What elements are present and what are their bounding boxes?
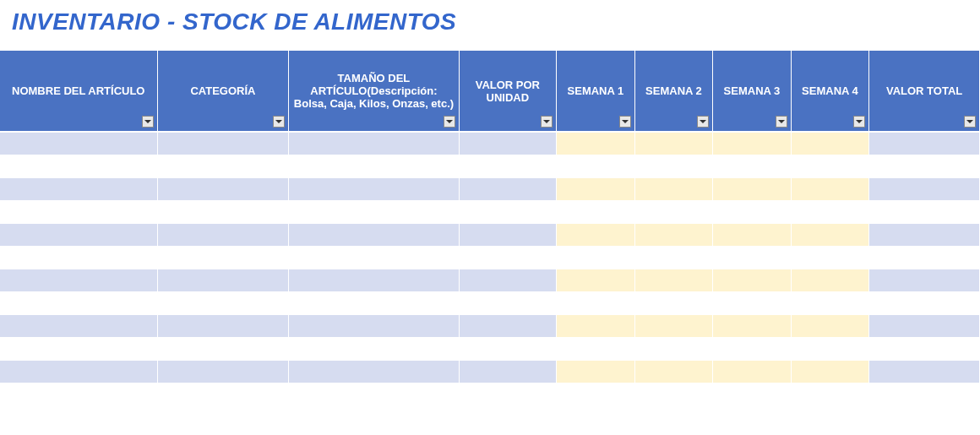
cell-valor_unidad[interactable] bbox=[459, 177, 557, 200]
cell-semana3[interactable] bbox=[713, 360, 792, 383]
cell-valor_unidad[interactable] bbox=[459, 246, 557, 269]
filter-dropdown-icon[interactable] bbox=[619, 116, 631, 128]
cell-categoria[interactable] bbox=[157, 177, 289, 200]
cell-valor_total[interactable] bbox=[869, 177, 980, 200]
cell-nombre[interactable] bbox=[0, 314, 157, 337]
cell-tamano[interactable] bbox=[289, 360, 459, 383]
cell-semana4[interactable] bbox=[791, 337, 869, 360]
cell-tamano[interactable] bbox=[289, 223, 459, 246]
cell-semana1[interactable] bbox=[557, 223, 635, 246]
cell-valor_total[interactable] bbox=[869, 269, 980, 291]
cell-tamano[interactable] bbox=[289, 291, 459, 314]
cell-semana4[interactable] bbox=[791, 223, 869, 246]
cell-nombre[interactable] bbox=[0, 223, 157, 246]
filter-dropdown-icon[interactable] bbox=[853, 116, 865, 128]
cell-categoria[interactable] bbox=[157, 337, 289, 360]
cell-categoria[interactable] bbox=[157, 360, 289, 383]
cell-semana2[interactable] bbox=[634, 155, 713, 177]
cell-semana1[interactable] bbox=[557, 360, 635, 383]
header-nombre[interactable]: NOMBRE DEL ARTÍCULO bbox=[0, 51, 157, 132]
cell-semana3[interactable] bbox=[713, 383, 792, 405]
cell-semana4[interactable] bbox=[791, 177, 869, 200]
cell-semana2[interactable] bbox=[634, 269, 713, 291]
cell-valor_unidad[interactable] bbox=[459, 383, 557, 405]
header-semana4[interactable]: SEMANA 4 bbox=[791, 51, 869, 132]
cell-valor_unidad[interactable] bbox=[459, 155, 557, 177]
cell-semana1[interactable] bbox=[557, 337, 635, 360]
cell-tamano[interactable] bbox=[289, 337, 459, 360]
cell-nombre[interactable] bbox=[0, 155, 157, 177]
cell-valor_total[interactable] bbox=[869, 200, 980, 223]
cell-nombre[interactable] bbox=[0, 269, 157, 291]
cell-categoria[interactable] bbox=[157, 200, 289, 223]
header-valor-unidad[interactable]: VALOR POR UNIDAD bbox=[459, 51, 557, 132]
cell-valor_total[interactable] bbox=[869, 291, 980, 314]
filter-dropdown-icon[interactable] bbox=[273, 116, 285, 128]
cell-nombre[interactable] bbox=[0, 360, 157, 383]
cell-valor_unidad[interactable] bbox=[459, 360, 557, 383]
filter-dropdown-icon[interactable] bbox=[776, 116, 787, 128]
cell-semana4[interactable] bbox=[791, 291, 869, 314]
cell-valor_unidad[interactable] bbox=[459, 337, 557, 360]
cell-semana2[interactable] bbox=[634, 360, 713, 383]
cell-semana4[interactable] bbox=[791, 200, 869, 223]
cell-valor_total[interactable] bbox=[869, 246, 980, 269]
cell-valor_unidad[interactable] bbox=[459, 132, 557, 155]
cell-semana4[interactable] bbox=[791, 314, 869, 337]
header-semana3[interactable]: SEMANA 3 bbox=[713, 51, 792, 132]
cell-semana4[interactable] bbox=[791, 155, 869, 177]
cell-nombre[interactable] bbox=[0, 246, 157, 269]
cell-nombre[interactable] bbox=[0, 383, 157, 405]
cell-semana1[interactable] bbox=[557, 314, 635, 337]
cell-semana1[interactable] bbox=[557, 200, 635, 223]
cell-valor_total[interactable] bbox=[869, 314, 980, 337]
cell-semana4[interactable] bbox=[791, 360, 869, 383]
cell-semana2[interactable] bbox=[634, 132, 713, 155]
cell-valor_unidad[interactable] bbox=[459, 291, 557, 314]
cell-semana3[interactable] bbox=[713, 269, 792, 291]
cell-semana3[interactable] bbox=[713, 223, 792, 246]
filter-dropdown-icon[interactable] bbox=[142, 116, 154, 128]
cell-tamano[interactable] bbox=[289, 269, 459, 291]
cell-valor_total[interactable] bbox=[869, 132, 980, 155]
cell-categoria[interactable] bbox=[157, 223, 289, 246]
cell-categoria[interactable] bbox=[157, 132, 289, 155]
cell-valor_total[interactable] bbox=[869, 223, 980, 246]
cell-semana1[interactable] bbox=[557, 291, 635, 314]
filter-dropdown-icon[interactable] bbox=[541, 116, 553, 128]
cell-semana2[interactable] bbox=[634, 383, 713, 405]
cell-valor_total[interactable] bbox=[869, 360, 980, 383]
cell-semana4[interactable] bbox=[791, 132, 869, 155]
cell-semana1[interactable] bbox=[557, 246, 635, 269]
filter-dropdown-icon[interactable] bbox=[697, 116, 709, 128]
cell-semana3[interactable] bbox=[713, 246, 792, 269]
cell-semana4[interactable] bbox=[791, 269, 869, 291]
cell-semana2[interactable] bbox=[634, 177, 713, 200]
cell-categoria[interactable] bbox=[157, 314, 289, 337]
cell-semana2[interactable] bbox=[634, 337, 713, 360]
cell-semana2[interactable] bbox=[634, 246, 713, 269]
cell-valor_unidad[interactable] bbox=[459, 314, 557, 337]
header-semana2[interactable]: SEMANA 2 bbox=[634, 51, 713, 132]
cell-semana2[interactable] bbox=[634, 200, 713, 223]
header-valor-total[interactable]: VALOR TOTAL bbox=[869, 51, 980, 132]
cell-valor_unidad[interactable] bbox=[459, 269, 557, 291]
cell-semana2[interactable] bbox=[634, 223, 713, 246]
cell-categoria[interactable] bbox=[157, 291, 289, 314]
cell-tamano[interactable] bbox=[289, 177, 459, 200]
filter-dropdown-icon[interactable] bbox=[444, 116, 455, 128]
cell-tamano[interactable] bbox=[289, 200, 459, 223]
header-semana1[interactable]: SEMANA 1 bbox=[557, 51, 635, 132]
cell-semana3[interactable] bbox=[713, 177, 792, 200]
cell-categoria[interactable] bbox=[157, 383, 289, 405]
header-tamano[interactable]: TAMAÑO DEL ARTÍCULO(Descripción: Bolsa, … bbox=[289, 51, 459, 132]
cell-nombre[interactable] bbox=[0, 132, 157, 155]
cell-semana4[interactable] bbox=[791, 383, 869, 405]
header-categoria[interactable]: CATEGORÍA bbox=[157, 51, 289, 132]
cell-semana1[interactable] bbox=[557, 155, 635, 177]
cell-valor_total[interactable] bbox=[869, 155, 980, 177]
cell-semana1[interactable] bbox=[557, 269, 635, 291]
cell-semana3[interactable] bbox=[713, 314, 792, 337]
cell-semana2[interactable] bbox=[634, 314, 713, 337]
cell-semana3[interactable] bbox=[713, 291, 792, 314]
